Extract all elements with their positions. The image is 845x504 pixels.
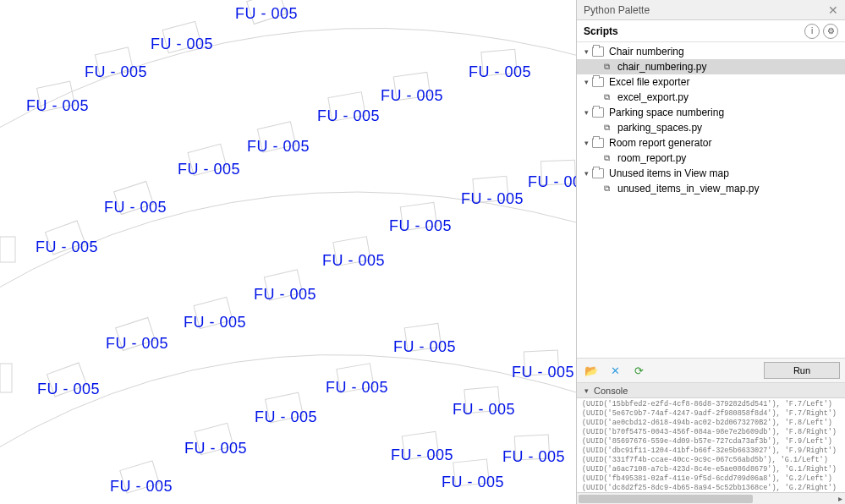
furniture-label: FU - 005 xyxy=(36,238,98,256)
furniture-label: FU - 005 xyxy=(391,446,453,464)
furniture-label: FU - 005 xyxy=(254,286,316,304)
tree-folder[interactable]: ▾Unused items in View map xyxy=(577,166,845,181)
furniture-label: FU - 005 xyxy=(247,138,310,156)
furniture-label: FU - 005 xyxy=(453,401,515,419)
furniture-label: FU - 005 xyxy=(442,474,504,491)
gear-icon[interactable]: ⚙ xyxy=(823,24,838,39)
furniture-label: FU - 005 xyxy=(255,408,317,426)
furniture-label: FU - 005 xyxy=(393,338,456,356)
furniture-label: FU - 005 xyxy=(528,173,576,191)
console-heading: Console xyxy=(594,386,628,396)
python-file-icon: ⧉ xyxy=(601,183,612,194)
horizontal-scrollbar[interactable]: ▸ xyxy=(577,492,845,504)
furniture-label: FU - 005 xyxy=(322,252,385,270)
file-label: chair_numbering.py xyxy=(617,61,706,73)
file-label: excel_export.py xyxy=(617,91,689,103)
chevron-down-icon[interactable]: ▾ xyxy=(582,386,590,395)
furniture-label: FU - 005 xyxy=(110,478,173,496)
furniture-label: FU - 005 xyxy=(26,97,89,115)
furniture-label: FU - 005 xyxy=(106,335,168,353)
tree-file[interactable]: ⧉excel_export.py xyxy=(577,90,845,105)
furniture-label: FU - 005 xyxy=(502,448,565,466)
tree-file[interactable]: ⧉parking_spaces.py xyxy=(577,120,845,135)
chevron-down-icon[interactable]: ▾ xyxy=(582,47,590,56)
python-file-icon: ⧉ xyxy=(601,91,612,103)
open-folder-icon[interactable]: 📂 xyxy=(582,361,601,380)
clear-icon[interactable]: ✕ xyxy=(606,361,624,380)
folder-label: Room report generator xyxy=(609,137,711,149)
script-tree: ▾Chair numbering⧉chair_numbering.py▾Exce… xyxy=(577,42,845,198)
info-icon[interactable]: i xyxy=(804,24,820,39)
furniture-label: FU - 005 xyxy=(461,190,524,208)
furniture-label: FU - 005 xyxy=(37,381,100,398)
tree-folder[interactable]: ▾Chair numbering xyxy=(577,44,845,59)
svg-rect-29 xyxy=(0,237,15,262)
tree-file[interactable]: ⧉chair_numbering.py xyxy=(577,59,845,74)
furniture-label: FU - 005 xyxy=(381,87,443,105)
file-label: unused_items_in_view_map.py xyxy=(617,183,759,194)
tree-file[interactable]: ⧉unused_items_in_view_map.py xyxy=(577,181,845,196)
folder-icon xyxy=(592,47,604,57)
furniture-label: FU - 005 xyxy=(104,199,167,216)
furniture-label: FU - 005 xyxy=(178,161,240,178)
tree-folder[interactable]: ▾Excel file exporter xyxy=(577,74,845,90)
tree-folder[interactable]: ▾Parking space numbering xyxy=(577,105,845,120)
drawing-canvas[interactable]: FU - 005FU - 005FU - 005FU - 005FU - 005… xyxy=(0,0,576,504)
python-file-icon: ⧉ xyxy=(601,122,612,134)
folder-icon xyxy=(592,77,604,87)
scripts-heading: Scripts xyxy=(584,25,801,37)
folder-icon xyxy=(592,168,604,178)
svg-rect-30 xyxy=(0,364,12,392)
file-label: parking_spaces.py xyxy=(617,122,702,134)
python-file-icon: ⧉ xyxy=(601,152,612,164)
folder-label: Excel file exporter xyxy=(609,76,689,88)
folder-label: Parking space numbering xyxy=(609,107,724,118)
furniture-label: FU - 005 xyxy=(469,63,531,81)
python-file-icon: ⧉ xyxy=(601,61,612,73)
furniture-label: FU - 005 xyxy=(235,5,298,23)
furniture-label: FU - 005 xyxy=(85,63,147,81)
toolbar: 📂 ✕ ⟳ Run xyxy=(577,358,845,383)
furniture-label: FU - 005 xyxy=(389,217,452,235)
refresh-icon[interactable]: ⟳ xyxy=(629,361,648,380)
furniture-label: FU - 005 xyxy=(184,440,247,457)
panel-title: Python Palette xyxy=(584,4,650,16)
chevron-down-icon[interactable]: ▾ xyxy=(582,108,590,117)
folder-label: Chair numbering xyxy=(609,46,684,58)
folder-icon xyxy=(592,138,604,148)
close-icon[interactable]: ✕ xyxy=(828,3,838,17)
folder-label: Unused items in View map xyxy=(609,167,729,179)
file-label: room_report.py xyxy=(617,152,686,164)
chevron-down-icon[interactable]: ▾ xyxy=(582,139,590,147)
chevron-down-icon[interactable]: ▾ xyxy=(582,78,590,86)
tree-file[interactable]: ⧉room_report.py xyxy=(577,151,845,166)
run-button[interactable]: Run xyxy=(764,362,840,379)
furniture-label: FU - 005 xyxy=(512,364,574,381)
furniture-label: FU - 005 xyxy=(184,314,246,331)
furniture-label: FU - 005 xyxy=(326,379,388,397)
chevron-down-icon[interactable]: ▾ xyxy=(582,169,590,178)
furniture-label: FU - 005 xyxy=(151,36,213,53)
console-output[interactable]: (UUID('15bbfed2-e2fd-4cf8-86d8-379282d5d… xyxy=(577,398,845,492)
python-palette-panel: Python Palette ✕ Scripts i ⚙ ▾Chair numb… xyxy=(576,0,845,504)
tree-folder[interactable]: ▾Room report generator xyxy=(577,135,845,151)
folder-icon xyxy=(592,107,604,118)
furniture-label: FU - 005 xyxy=(317,107,380,125)
